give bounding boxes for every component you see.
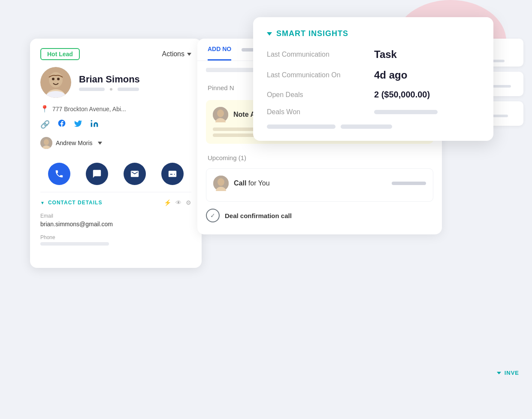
insight-row-open-deals: Open Deals 2 ($50,000.00) (267, 90, 480, 100)
social-row: 🔗 (40, 119, 191, 130)
chat-button[interactable] (86, 163, 108, 185)
call-meta (392, 182, 426, 185)
insight-label-comm-on: Last Communication On (267, 71, 366, 79)
email-value: brian.simmons@gmail.com (40, 221, 191, 228)
insight-label-open-deals: Open Deals (267, 91, 366, 99)
insight-row-comm-on: Last Communication On 4d ago (267, 69, 480, 81)
avatar-image (40, 67, 71, 98)
inve-label: INVE (505, 370, 519, 376)
contact-info: 📍 777 Brockton Avenue, Abi... 🔗 Andrew M… (30, 105, 202, 156)
insight-value-comm-on: 4d ago (374, 69, 407, 81)
owner-name: Andrew Moris (56, 140, 93, 146)
deals-won-bar (374, 110, 480, 114)
insight-value-comm-type: Task (374, 49, 397, 61)
phone-label: Phone (40, 234, 191, 240)
svg-point-1 (49, 72, 63, 88)
svg-point-6 (91, 120, 92, 121)
deal-confirmation-row: ✓ Deal confirmation call (197, 205, 442, 226)
owner-row: Andrew Moris (40, 137, 191, 149)
phone-placeholder (40, 242, 109, 246)
location-icon: 📍 (40, 105, 49, 113)
gear-icon[interactable]: ⚙ (186, 199, 191, 206)
svg-point-8 (44, 139, 49, 145)
svg-point-11 (217, 109, 224, 117)
section-chevron-icon: ▼ (40, 200, 45, 205)
avatar (40, 67, 71, 98)
address-text: 777 Brockton Avenue, Abi... (52, 106, 126, 112)
bulk-email-button[interactable] (161, 163, 184, 185)
svg-point-14 (218, 178, 224, 186)
insights-chevron-icon (267, 32, 272, 36)
twitter-icon[interactable] (74, 119, 82, 130)
name-placeholder (79, 88, 140, 91)
confirm-text: Deal confirmation call (225, 212, 292, 219)
contact-details-section: ▼ CONTACT DETAILS ⚡ 👁 ⚙ Email brian.simm… (30, 192, 202, 259)
insight-label-deals-won: Deals Won (267, 108, 366, 116)
insight-label-comm-type: Last Communication (267, 51, 366, 58)
insight-value-open-deals: 2 ($50,000.00) (374, 90, 430, 100)
email-label: Email (40, 213, 191, 219)
upcoming-label: Upcoming (1) (197, 147, 442, 165)
link-icon[interactable]: 🔗 (40, 120, 50, 129)
eye-icon[interactable]: 👁 (175, 199, 181, 206)
inve-chevron-icon (497, 372, 501, 374)
insights-title: SMART INSIGHTS (267, 29, 480, 38)
name-area: Brian Simons (79, 74, 140, 91)
call-title: Call for You (234, 179, 270, 187)
smart-insights-panel: SMART INSIGHTS Last Communication Task L… (253, 17, 493, 141)
inve-section: INVE (497, 370, 519, 376)
check-circle-icon[interactable]: ✓ (206, 209, 220, 222)
actions-button[interactable]: Actions (162, 50, 191, 58)
call-header: Call for You (213, 176, 426, 191)
call-avatar (213, 176, 229, 191)
note-avatar (213, 107, 228, 122)
owner-chevron-icon[interactable] (98, 142, 102, 145)
owner-avatar (40, 137, 52, 149)
section-header: ▼ CONTACT DETAILS ⚡ 👁 ⚙ (40, 199, 191, 206)
email-button[interactable] (124, 163, 146, 185)
hot-lead-badge: Hot Lead (40, 48, 80, 60)
svg-point-4 (57, 78, 60, 80)
address-row: 📍 777 Brockton Avenue, Abi... (40, 105, 191, 113)
section-icons: ⚡ 👁 ⚙ (164, 199, 191, 206)
linkedin-icon[interactable] (90, 119, 99, 130)
phone-button[interactable] (48, 163, 70, 185)
call-card: Call for You (206, 168, 433, 202)
action-buttons (30, 156, 202, 192)
profile-section: Brian Simons (30, 67, 202, 105)
tab-add-note[interactable]: ADD NO (208, 39, 231, 61)
insight-row-deals-won: Deals Won (267, 108, 480, 116)
insight-row-comm-type: Last Communication Task (267, 49, 480, 61)
card-header: Hot Lead Actions (30, 39, 202, 67)
insights-title-text: SMART INSIGHTS (276, 29, 348, 38)
facebook-icon[interactable] (57, 119, 66, 130)
chevron-down-icon (187, 53, 191, 56)
insight-placeholder-row (267, 124, 480, 129)
actions-label: Actions (162, 50, 184, 58)
svg-point-3 (52, 78, 54, 80)
contact-card: Hot Lead Actions Brian Simons (30, 39, 202, 268)
filter-icon[interactable]: ⚡ (164, 199, 171, 206)
contact-name: Brian Simons (79, 74, 140, 85)
section-title: CONTACT DETAILS (48, 200, 103, 206)
